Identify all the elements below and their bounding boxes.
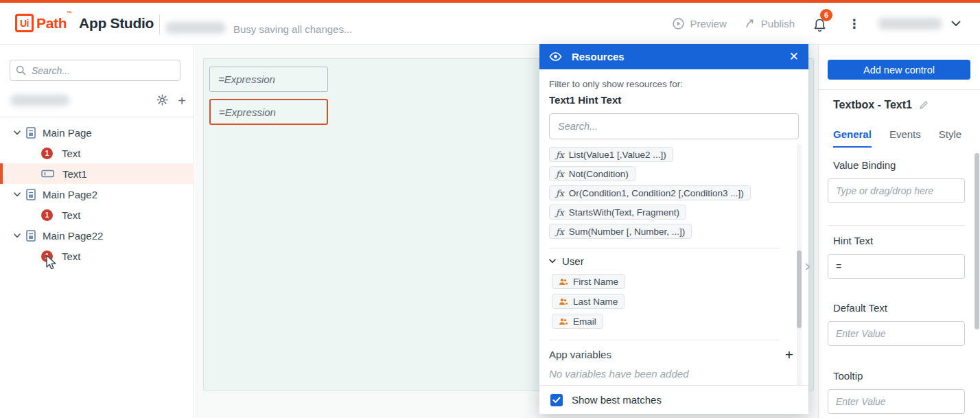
resources-scrollbar-thumb[interactable] xyxy=(797,251,802,328)
filter-target: Text1 Hint Text xyxy=(549,94,797,106)
user-menu[interactable] xyxy=(878,18,961,30)
function-list: ƒxList(Value1 [,Value2 ...]) ƒxNot(Condi… xyxy=(549,147,797,239)
edit-pencil-icon[interactable] xyxy=(919,100,929,110)
tree-item-label: Main Page22 xyxy=(43,230,103,242)
resources-search-input[interactable] xyxy=(549,113,799,139)
uipath-logo: Ui Path™ App Studio xyxy=(15,14,154,32)
user-section-header[interactable]: User xyxy=(549,255,797,267)
page-icon xyxy=(26,127,36,139)
user-section-label: User xyxy=(562,255,584,267)
tree-item-label: Text1 xyxy=(62,168,87,180)
fx-icon: ƒx xyxy=(556,150,564,160)
tree-item-main-page2[interactable]: Main Page2 xyxy=(0,184,194,205)
section-divider xyxy=(549,340,780,340)
eye-icon xyxy=(549,52,562,61)
function-label: List(Value1 [,Value2 ...]) xyxy=(569,150,666,160)
panel-collapse-chevron-icon[interactable]: › xyxy=(804,257,811,276)
sidebar-search xyxy=(10,60,180,81)
tree-item-text[interactable]: 1 Text xyxy=(0,205,194,225)
function-chip[interactable]: ƒxNot(Condition) xyxy=(549,166,635,181)
function-chip[interactable]: ƒxOr(Condition1, Condition2 [,Condition3… xyxy=(549,185,751,200)
tree-item-label: Text xyxy=(62,148,81,159)
preview-label: Preview xyxy=(690,18,726,30)
canvas-textbox-text1-selected[interactable]: =Expression xyxy=(209,99,328,125)
users-icon xyxy=(559,298,568,305)
chevron-down-icon[interactable] xyxy=(14,192,21,197)
chevron-down-icon xyxy=(549,259,556,264)
user-field-label: First Name xyxy=(573,277,618,287)
textbox-control-icon xyxy=(41,170,54,178)
canvas-textbox-text[interactable]: =Expression xyxy=(209,67,328,92)
page-icon xyxy=(26,189,36,200)
tab-events[interactable]: Events xyxy=(889,128,921,148)
user-name-redacted xyxy=(878,18,942,30)
value-binding-input[interactable] xyxy=(828,178,965,203)
tooltip-input[interactable] xyxy=(828,389,965,414)
section-divider xyxy=(549,248,780,248)
chevron-down-icon xyxy=(951,21,961,27)
fx-icon: ƒx xyxy=(556,227,564,237)
tree-item-text[interactable]: 1 Text xyxy=(0,143,194,163)
add-new-control-button[interactable]: Add new control xyxy=(828,60,970,80)
add-variable-button[interactable]: + xyxy=(785,347,793,362)
users-icon xyxy=(559,278,568,286)
tab-style[interactable]: Style xyxy=(939,128,961,148)
show-best-matches-label: Show best matches xyxy=(572,394,662,406)
user-field-label: Last Name xyxy=(573,297,618,307)
gear-icon[interactable] xyxy=(156,94,168,108)
preview-button[interactable]: Preview xyxy=(673,18,726,30)
more-options-button[interactable]: ⋮ xyxy=(848,18,861,30)
search-icon xyxy=(16,65,26,76)
error-badge: 1 xyxy=(41,148,53,159)
tab-general[interactable]: General xyxy=(833,128,872,148)
default-text-input[interactable] xyxy=(828,321,965,346)
function-chip[interactable]: ƒxSum(Number [, Number, ...]) xyxy=(549,224,692,239)
function-chip[interactable]: ƒxList(Value1 [,Value2 ...]) xyxy=(549,147,673,162)
properties-panel: Add new control Textbox - Text1 General … xyxy=(818,45,980,418)
publish-button[interactable]: Publish xyxy=(745,18,795,30)
control-title: Textbox - Text1 xyxy=(833,99,912,111)
hint-text-input[interactable] xyxy=(828,254,965,279)
panel-divider xyxy=(819,89,980,90)
show-best-matches-checkbox[interactable] xyxy=(550,394,563,406)
function-chip[interactable]: ƒxStartsWith(Text, Fragment) xyxy=(549,205,686,220)
panel-divider xyxy=(828,225,965,226)
value-binding-label: Value Binding xyxy=(833,159,970,171)
tree-item-text[interactable]: 1 Text xyxy=(0,246,194,266)
uipath-logo-mark: Ui xyxy=(15,14,34,32)
tree-item-main-page22[interactable]: Main Page22 xyxy=(0,225,194,246)
tree-item-main-page[interactable]: Main Page xyxy=(0,122,194,143)
filter-caption: Filter to only show resources for: xyxy=(549,79,797,89)
function-label: Sum(Number [, Number, ...]) xyxy=(569,227,686,237)
properties-tabs: General Events Style xyxy=(833,128,961,148)
function-label: Or(Condition1, Condition2 [,Condition3 .… xyxy=(569,188,744,198)
page-icon xyxy=(26,230,36,242)
add-page-button[interactable]: + xyxy=(178,93,186,109)
user-field-chip[interactable]: First Name xyxy=(552,274,625,289)
error-badge: 1 xyxy=(41,209,53,221)
project-name-redacted xyxy=(10,95,69,106)
sidebar-search-input[interactable] xyxy=(32,65,174,76)
tree-item-label: Text xyxy=(62,251,81,262)
user-field-chip[interactable]: Last Name xyxy=(552,294,625,309)
logo-trademark: ™ xyxy=(67,10,72,16)
user-field-chip[interactable]: Email xyxy=(552,314,603,329)
header-divider xyxy=(159,14,160,35)
user-field-list: First Name Last Name Email xyxy=(552,274,797,329)
app-name-redacted xyxy=(165,22,226,34)
properties-scrollbar[interactable] xyxy=(975,153,979,329)
tree-item-label: Main Page xyxy=(43,127,92,139)
chevron-down-icon[interactable] xyxy=(14,233,21,238)
close-icon[interactable]: ✕ xyxy=(789,51,799,62)
no-variables-message: No variables have been added xyxy=(549,368,797,380)
chevron-down-icon[interactable] xyxy=(14,130,21,135)
resources-title: Resources xyxy=(572,51,625,62)
fx-icon: ƒx xyxy=(556,207,564,218)
notification-badge: 6 xyxy=(820,9,832,21)
publish-label: Publish xyxy=(761,18,795,30)
tree-item-text1[interactable]: Text1 xyxy=(0,163,194,184)
hint-text-label: Hint Text xyxy=(833,235,970,246)
logo-path-text: Path xyxy=(36,15,67,31)
tree-item-label: Text xyxy=(62,209,81,221)
notifications-button[interactable]: 6 xyxy=(813,14,830,34)
